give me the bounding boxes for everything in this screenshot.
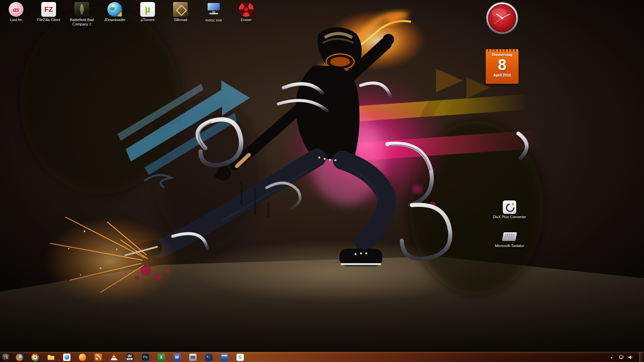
clock-gadget[interactable] — [485, 1, 519, 35]
filezilla-icon: FZ — [41, 2, 56, 17]
utorrent-glyph: µ — [145, 5, 150, 14]
taskbar-button-photoshop[interactable]: Ps — [138, 352, 153, 362]
taskbar-button-utility[interactable] — [185, 352, 201, 362]
taskbar-button-music-app[interactable] — [74, 352, 90, 362]
desktop-icon-label: Last.fm — [0, 18, 32, 22]
silkroad-icon — [173, 2, 188, 17]
wallpaper-image — [0, 0, 644, 352]
folder-icon — [47, 354, 55, 361]
monitor-screen — [207, 2, 220, 11]
desktop-icon-label: DivX Plus Converter — [491, 215, 528, 219]
desktop-icon-label: Microsoft-Tastatur — [491, 244, 528, 248]
feed-icon — [95, 354, 102, 361]
desktop-icon-label: µTorrent — [131, 18, 164, 22]
jdownloader-icon — [107, 2, 122, 17]
remote-desktop-icon — [206, 2, 221, 17]
taskbar-button-skype[interactable]: S — [232, 352, 248, 362]
excel-glyph: X — [160, 355, 162, 359]
du-tool-glyph: du — [127, 354, 131, 358]
taskbar-button-console[interactable] — [216, 352, 232, 362]
taskbar-button-chrome[interactable] — [27, 352, 43, 362]
desktop-icon-label: JDownloader — [99, 18, 131, 22]
desktop-icon-label: Eraser — [230, 18, 262, 22]
eraser-icon — [239, 2, 254, 17]
hidden-icons-arrow[interactable]: ▲ — [608, 356, 614, 359]
desktop-icon-silkroad[interactable]: Silkroad — [164, 2, 197, 22]
desktop-icon-label: FileZilla Client — [33, 18, 65, 22]
desktop-icon-battlefield[interactable]: Battlefield Bad Company 2 — [66, 2, 98, 26]
taskbar-button-explorer[interactable] — [43, 352, 59, 362]
calendar-day: 8 — [486, 57, 519, 72]
photoshop-icon: Ps — [142, 354, 149, 361]
excel-icon: X — [158, 354, 165, 361]
system-tray: ▲ — [608, 352, 644, 362]
taskbar-app-area: du TOOL Ps X W >_ S — [11, 352, 248, 362]
desktop-icon-utorrent[interactable]: µ µTorrent — [131, 2, 164, 22]
calendar-binding — [486, 49, 519, 52]
taskbar-button-vlc[interactable] — [106, 352, 122, 362]
taskbar-button-word[interactable]: W — [169, 352, 185, 362]
monitor-base — [209, 13, 218, 14]
taskbar-button-firefox[interactable] — [11, 352, 27, 362]
taskbar: du TOOL Ps X W >_ S ▲ — [0, 352, 644, 362]
chrome-icon — [32, 354, 39, 361]
battlefield-icon — [74, 2, 89, 17]
keyboard-icon — [502, 232, 517, 241]
word-glyph: W — [175, 355, 179, 359]
desktop-icon-label: mstsc.exe — [198, 18, 230, 22]
photoshop-glyph: Ps — [143, 355, 148, 359]
tray-display-icon[interactable] — [619, 355, 624, 360]
taskbar-button-feed-app[interactable] — [90, 352, 106, 362]
desktop-icon-keyboard[interactable]: Microsoft-Tastatur — [491, 230, 528, 248]
start-button[interactable] — [0, 352, 11, 362]
lastfm-icon: as — [9, 2, 23, 17]
skype-icon: S — [236, 354, 244, 361]
lastfm-glyph: as — [13, 6, 19, 13]
calendar-month: April 2010 — [486, 73, 519, 77]
powershell-icon: >_ — [205, 354, 212, 361]
desktop-icon-lastfm[interactable]: as Last.fm — [0, 2, 32, 22]
show-desktop-button[interactable] — [639, 352, 643, 362]
filezilla-glyph: FZ — [44, 5, 53, 13]
desktop-icon-filezilla[interactable]: FZ FileZilla Client — [33, 2, 65, 22]
desktop-icon-eraser[interactable]: Eraser — [230, 2, 262, 22]
desktop-icon-mstsc[interactable]: mstsc.exe — [198, 2, 230, 22]
firefox-icon — [16, 354, 23, 361]
desktop: as Last.fm FZ FileZilla Client Battlefie… — [0, 0, 644, 362]
desktop-icon-divx[interactable]: DivX Plus Converter — [491, 200, 528, 219]
taskbar-button-excel[interactable]: X — [153, 352, 169, 362]
volume-icon[interactable] — [628, 355, 633, 360]
taskbar-button-du-tool[interactable]: du TOOL — [122, 352, 138, 362]
powershell-glyph: >_ — [207, 356, 210, 359]
windows-logo-icon — [1, 353, 10, 362]
du-tool-icon: du TOOL — [126, 354, 133, 361]
media-player-icon — [63, 354, 70, 361]
utility-icon — [189, 354, 197, 361]
taskbar-button-powershell[interactable]: >_ — [201, 352, 216, 362]
utorrent-icon: µ — [140, 2, 155, 17]
desktop-icon-jdownloader[interactable]: JDownloader — [99, 2, 131, 22]
word-icon: W — [173, 354, 181, 361]
divx-icon — [503, 200, 516, 214]
music-app-icon — [79, 354, 86, 361]
calendar-gadget[interactable]: Donnerstag 8 April 2010 — [486, 49, 519, 84]
desktop-icon-label: Silkroad — [164, 18, 197, 22]
desktop-icon-label: Battlefield Bad Company 2 — [66, 18, 98, 26]
vlc-cone-icon — [110, 354, 118, 361]
console-icon — [221, 354, 228, 361]
du-tool-sub-glyph: TOOL — [127, 358, 133, 360]
skype-glyph: S — [238, 355, 241, 359]
analog-clock-icon — [485, 1, 519, 35]
taskbar-button-media-player[interactable] — [59, 352, 74, 362]
